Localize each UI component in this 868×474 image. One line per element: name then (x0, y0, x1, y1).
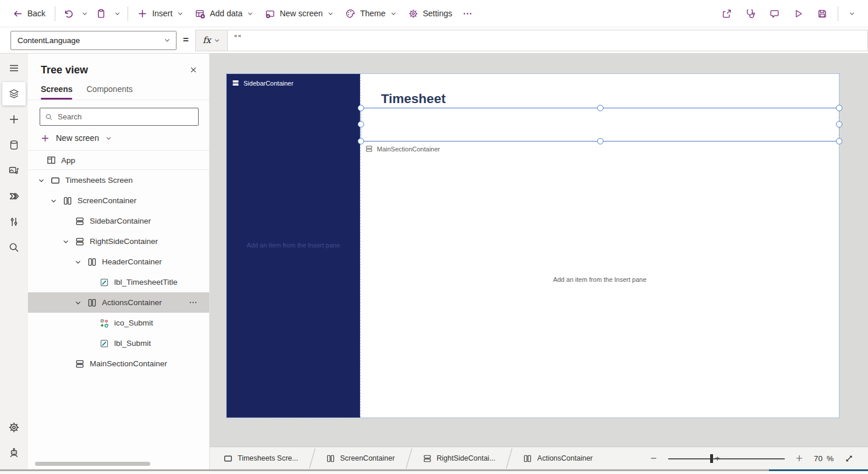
zoom-slider-thumb[interactable] (710, 454, 713, 463)
breadcrumb-item[interactable]: ActionsContainer (514, 447, 602, 469)
plus-large-icon (8, 114, 20, 125)
paste-button[interactable] (91, 3, 111, 23)
rail-advanced-settings-button[interactable] (1, 415, 27, 440)
rightside-container[interactable]: Timesheet Ma (360, 74, 839, 418)
insert-button[interactable]: Insert (132, 3, 189, 23)
theme-button[interactable]: Theme (340, 3, 403, 23)
settings-button[interactable]: Settings (403, 3, 458, 23)
tree-item-mainsectioncontainer[interactable]: MainSectionContainer (28, 353, 209, 374)
more-options-button[interactable] (186, 296, 200, 310)
tree-item-headercontainer[interactable]: HeaderContainer (28, 252, 209, 272)
resize-handle[interactable] (597, 138, 604, 144)
media-icon (8, 165, 20, 176)
fx-dropdown-button[interactable]: fx (195, 30, 228, 51)
tree-item-sidebarcontainer[interactable]: SidebarContainer (28, 211, 209, 231)
tab-components[interactable]: Components (86, 84, 132, 100)
timesheet-title-label[interactable]: Timesheet (381, 91, 446, 107)
share-button[interactable] (715, 3, 739, 23)
rail-variables-button[interactable] (1, 209, 27, 235)
minus-icon (650, 454, 658, 462)
tab-screens[interactable]: Screens (41, 84, 72, 100)
stethoscope-icon (746, 9, 756, 19)
expand-chevron-slot[interactable] (75, 299, 87, 306)
expand-chevron-slot[interactable] (62, 238, 75, 245)
container-v-icon (75, 217, 84, 226)
new-screen-tree-button[interactable]: New screen (41, 130, 197, 146)
undo-button[interactable] (59, 3, 78, 23)
tree-item-actionscontainer[interactable]: ActionsContainer (28, 292, 209, 313)
breadcrumb-item[interactable]: RightSideContai... (414, 447, 505, 469)
app-checker-button[interactable] (739, 3, 763, 23)
tree-item-label: SidebarContainer (90, 217, 151, 225)
rail-menu-button[interactable] (1, 55, 27, 81)
resize-handle[interactable] (597, 105, 604, 111)
rail-insert-button[interactable] (1, 107, 27, 132)
chevron-down-icon (82, 10, 88, 17)
new-screen-button[interactable]: New screen (259, 3, 340, 23)
screen-canvas[interactable]: SidebarContainer Add an item from the In… (227, 74, 839, 418)
tree-horizontal-scrollbar[interactable] (35, 462, 150, 466)
breadcrumb-item[interactable]: ScreenContainer (317, 447, 404, 469)
rail-media-button[interactable] (1, 158, 27, 183)
expand-chevron-slot[interactable] (38, 177, 51, 184)
tree-item-app[interactable]: App (28, 150, 209, 170)
rail-data-button[interactable] (1, 132, 27, 158)
resize-handle[interactable] (836, 105, 842, 111)
play-icon (793, 9, 803, 19)
tree-item-screencontainer[interactable]: ScreenContainer (28, 190, 209, 211)
tree-item-lbl_timesheettitle[interactable]: lbl_TimesheetTitle (28, 272, 209, 292)
zoom-out-button[interactable] (648, 452, 659, 464)
save-button[interactable] (810, 3, 834, 23)
container-h-icon (87, 298, 97, 307)
close-panel-button[interactable] (185, 61, 202, 79)
chevron-down-icon (390, 10, 397, 17)
resize-handle[interactable] (358, 138, 364, 144)
search-box (40, 108, 199, 126)
rail-search-button[interactable] (1, 235, 27, 260)
tree-item-lbl_submit[interactable]: lbl_Submit (28, 333, 209, 353)
resize-handle[interactable] (358, 121, 364, 128)
chevron-down-icon (62, 238, 69, 245)
rail-bottom-group (1, 415, 27, 469)
save-icon (817, 9, 827, 19)
breadcrumb-separator (308, 447, 317, 469)
zoom-in-button[interactable] (793, 452, 805, 464)
save-menu-button[interactable] (842, 3, 862, 23)
expand-chevron-slot[interactable] (50, 197, 63, 204)
sidebar-container[interactable]: SidebarContainer Add an item from the In… (227, 74, 360, 418)
zoom-slider[interactable] (668, 454, 785, 463)
paste-menu-button[interactable] (111, 3, 124, 23)
fit-to-window-button[interactable] (842, 452, 855, 465)
expand-chevron-slot[interactable] (75, 259, 87, 266)
tree-item-ico_submit[interactable]: ico_Submit (28, 313, 209, 333)
resize-handle[interactable] (836, 138, 842, 144)
app-label: App (61, 156, 75, 165)
preview-app-button[interactable] (786, 3, 810, 23)
formula-input[interactable]: "" (228, 30, 868, 51)
rail-power-automate-button[interactable] (1, 183, 27, 209)
insert-button-label: Insert (152, 9, 172, 18)
undo-menu-button[interactable] (78, 3, 91, 23)
breadcrumb-separator (504, 447, 514, 469)
actions-container-selection[interactable] (361, 108, 839, 142)
container-h-icon (63, 196, 72, 206)
tree-item-timesheets screen[interactable]: Timesheets Screen (28, 170, 209, 190)
search-input[interactable] (58, 112, 193, 121)
tree-item-label: lbl_Submit (114, 339, 151, 348)
property-selector-dropdown[interactable]: ContentLanguage (10, 31, 177, 50)
more-commands-button[interactable] (458, 3, 477, 23)
add-data-button[interactable]: Add data (189, 3, 259, 23)
resize-handle[interactable] (836, 121, 842, 128)
chevron-down-icon (50, 197, 57, 204)
comments-button[interactable] (763, 3, 786, 23)
container-v-icon (75, 359, 84, 369)
container-h-icon (87, 257, 97, 267)
main-area: Tree view ScreensComponents New screen A… (0, 54, 868, 469)
breadcrumb-item[interactable]: Timesheets Scre... (214, 447, 308, 469)
back-button[interactable]: Back (7, 3, 51, 23)
resize-handle[interactable] (358, 105, 364, 111)
tree-item-rightsidecontainer[interactable]: RightSideContainer (28, 231, 209, 252)
rail-tree-view-button[interactable] (2, 82, 26, 105)
flow-icon (8, 190, 20, 202)
rail-virtual-agent-button[interactable] (1, 440, 27, 466)
